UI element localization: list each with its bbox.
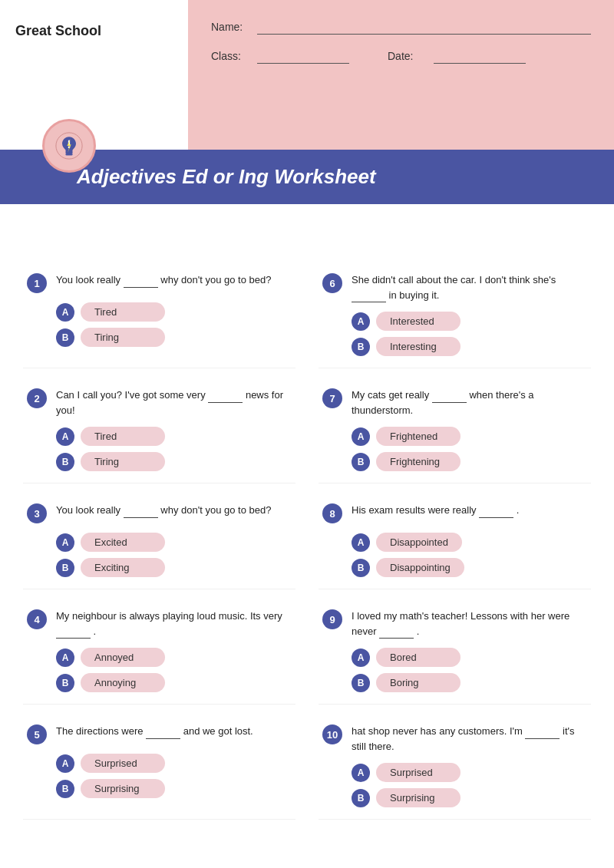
question-text: Can I call you? I've got some very news … (56, 388, 292, 417)
question-text: hat shop never has any customers. I'm it… (352, 724, 587, 754)
question-number: 5 (27, 724, 47, 744)
option-text: Bored (376, 648, 460, 667)
question-block: 4My neighbour is always playing loud mus… (23, 597, 295, 705)
option-letter: A (352, 764, 370, 782)
question-number: 6 (322, 273, 342, 293)
question-text: You look really why don't you go to bed? (56, 272, 271, 288)
option-letter: B (352, 674, 370, 692)
option[interactable]: ADisappointed (352, 533, 587, 552)
question-text: My cats get really when there's a thunde… (352, 388, 587, 417)
option-letter: B (56, 328, 74, 347)
question-number: 7 (322, 388, 342, 408)
option-letter: B (352, 559, 370, 577)
option[interactable]: BBoring (352, 673, 587, 692)
question-number: 3 (27, 503, 47, 523)
option-text: Disappointing (376, 558, 464, 577)
option[interactable]: BInteresting (352, 337, 587, 356)
question-text: The directions were and we got lost. (56, 724, 253, 739)
question-block: 8His exam results were really .ADisappoi… (319, 491, 591, 589)
option-letter: A (352, 427, 370, 446)
option-text: Boring (376, 673, 460, 692)
question-block: 9I loved my math's teacher! Lessons with… (319, 597, 591, 705)
question-number: 1 (27, 273, 47, 293)
option-letter: A (56, 427, 74, 446)
option-text: Tired (81, 427, 165, 446)
option-letter: B (56, 674, 74, 692)
option[interactable]: BTiring (56, 452, 292, 471)
class-label: Class: (211, 50, 249, 62)
name-label: Name: (211, 21, 249, 33)
questions-grid: 1You look really why don't you go to bed… (23, 261, 591, 820)
option[interactable]: ASurprised (352, 763, 587, 782)
question-block: 3You look really why don't you go to bed… (23, 491, 295, 589)
option-letter: B (56, 780, 74, 798)
option[interactable]: BFrightening (352, 452, 587, 471)
question-number: 9 (322, 609, 342, 629)
question-text: His exam results were really . (352, 503, 519, 518)
question-text: I loved my math's teacher! Lessons with … (352, 609, 587, 639)
option-text: Annoyed (81, 648, 165, 667)
option-letter: A (352, 312, 370, 331)
school-name: Great School (15, 23, 173, 39)
option-text: Interesting (376, 337, 460, 356)
date-label: Date: (388, 50, 426, 62)
question-text: She didn't call about the car. I don't t… (352, 272, 587, 302)
worksheet-title: Adjectives Ed or Ing Worksheet (77, 165, 599, 189)
option-letter: B (352, 453, 370, 471)
question-block: 1You look really why don't you go to bed… (23, 261, 295, 368)
option[interactable]: AInterested (352, 312, 587, 331)
option[interactable]: BTiring (56, 328, 292, 347)
option-text: Tired (81, 302, 165, 322)
option[interactable]: ATired (56, 302, 292, 322)
option-text: Surprised (376, 763, 460, 782)
question-text: You look really why don't you go to bed? (56, 503, 271, 518)
option[interactable]: BSurprising (56, 779, 292, 798)
option-text: Annoying (81, 673, 165, 692)
option-letter: B (56, 453, 74, 471)
option[interactable]: BDisappointing (352, 558, 587, 577)
question-block: 6She didn't call about the car. I don't … (319, 261, 591, 368)
option[interactable]: BExciting (56, 558, 292, 577)
option-letter: B (352, 789, 370, 807)
option-text: Tiring (81, 328, 165, 347)
question-number: 8 (322, 503, 342, 523)
option-letter: A (352, 533, 370, 552)
question-number: 2 (27, 388, 47, 408)
option-letter: A (352, 649, 370, 667)
option-letter: B (56, 559, 74, 577)
option[interactable]: AAnnoyed (56, 648, 292, 667)
option-text: Surprising (81, 779, 165, 798)
option[interactable]: AFrightened (352, 427, 587, 446)
option-letter: A (56, 754, 74, 773)
question-text: My neighbour is always playing loud musi… (56, 609, 292, 639)
option-text: Interested (376, 312, 460, 331)
question-number: 4 (27, 609, 47, 629)
option-text: Surprised (81, 754, 165, 773)
class-field[interactable] (257, 48, 349, 64)
option-text: Tiring (81, 452, 165, 471)
svg-rect-1 (66, 153, 73, 156)
option-text: Disappointed (376, 533, 462, 552)
question-block: 10hat shop never has any customers. I'm … (319, 712, 591, 820)
option-letter: A (56, 533, 74, 552)
option[interactable]: ASurprised (56, 754, 292, 773)
question-block: 2Can I call you? I've got some very news… (23, 376, 295, 484)
date-field[interactable] (434, 48, 526, 64)
name-field[interactable] (257, 19, 591, 35)
question-block: 7My cats get really when there's a thund… (319, 376, 591, 484)
option[interactable]: AExcited (56, 533, 292, 552)
option-letter: A (56, 649, 74, 667)
option-letter: A (56, 303, 74, 322)
option-text: Surprising (376, 788, 460, 807)
question-block: 5The directions were and we got lost.ASu… (23, 712, 295, 820)
option[interactable]: BSurprising (352, 788, 587, 807)
option[interactable]: BAnnoying (56, 673, 292, 692)
option[interactable]: ABored (352, 648, 587, 667)
option-letter: B (352, 338, 370, 356)
option-text: Exciting (81, 558, 165, 577)
option[interactable]: ATired (56, 427, 292, 446)
question-number: 10 (322, 724, 342, 744)
option-text: Frightening (376, 452, 460, 471)
option-text: Excited (81, 533, 165, 552)
option-text: Frightened (376, 427, 460, 446)
